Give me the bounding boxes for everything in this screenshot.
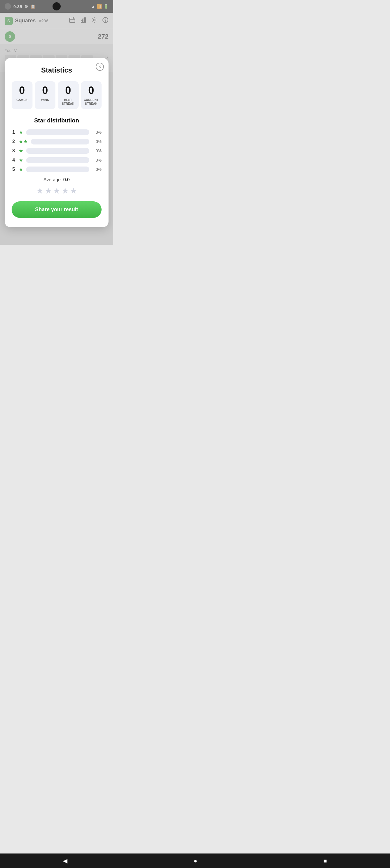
average-row: Average: 0.0: [11, 177, 101, 183]
avg-star-2: ★: [45, 186, 52, 195]
stat-wins: 0 WINS: [35, 81, 56, 109]
current-streak-label: CURRENTSTREAK: [83, 98, 99, 105]
avg-star-5: ★: [70, 186, 77, 195]
close-icon: ✕: [98, 64, 101, 69]
share-button[interactable]: Share your result: [11, 202, 101, 218]
dist-star-4: ★: [19, 157, 23, 163]
stats-row: 0 GAMES 0 WINS 0 BESTSTREAK 0 CURRENTSTR…: [11, 81, 101, 109]
close-button[interactable]: ✕: [96, 63, 104, 71]
dist-bar-track-5: [26, 166, 89, 172]
best-streak-label: BESTSTREAK: [60, 98, 76, 105]
wins-label: WINS: [37, 98, 53, 102]
avg-stars: ★ ★ ★ ★ ★: [11, 186, 101, 195]
dist-pct-5: 0%: [92, 167, 101, 172]
dist-pct-4: 0%: [92, 158, 101, 162]
dist-star-2: ★★: [19, 138, 28, 145]
dist-star-3: ★: [19, 148, 23, 154]
dist-pct-3: 0%: [92, 149, 101, 153]
dist-row-2: 2 ★★ 0%: [11, 138, 101, 145]
stat-current-streak: 0 CURRENTSTREAK: [81, 81, 102, 109]
dist-row-1: 1 ★ 0%: [11, 129, 101, 135]
dist-num-4: 4: [11, 158, 16, 163]
dist-row-5: 5 ★ 0%: [11, 166, 101, 173]
dist-star-1: ★: [19, 129, 23, 135]
dist-bar-track-1: [26, 129, 89, 135]
statistics-modal: ✕ Statistics 0 GAMES 0 WINS 0 BESTSTREAK…: [5, 58, 109, 227]
modal-title: Statistics: [11, 66, 101, 74]
current-streak-value: 0: [83, 85, 99, 96]
dist-num-1: 1: [11, 130, 16, 135]
dist-row-3: 3 ★ 0%: [11, 148, 101, 154]
dist-star-5: ★: [19, 166, 23, 173]
games-label: GAMES: [14, 98, 30, 102]
dist-pct-2: 0%: [92, 139, 101, 144]
stat-best-streak: 0 BESTSTREAK: [58, 81, 79, 109]
avg-star-1: ★: [36, 186, 43, 195]
dist-bar-track-2: [31, 139, 89, 145]
average-value: 0.0: [63, 177, 70, 182]
dist-pct-1: 0%: [92, 130, 101, 134]
avg-star-4: ★: [62, 186, 69, 195]
dist-bar-track-4: [26, 157, 89, 163]
dist-bar-track-3: [26, 148, 89, 154]
wins-value: 0: [37, 85, 53, 96]
best-streak-value: 0: [60, 85, 76, 96]
dist-num-2: 2: [11, 139, 16, 144]
dist-num-5: 5: [11, 167, 16, 172]
games-value: 0: [14, 85, 30, 96]
dist-row-4: 4 ★ 0%: [11, 157, 101, 163]
star-dist-title: Star distribution: [11, 117, 101, 124]
average-label: Average:: [43, 177, 62, 182]
stat-games: 0 GAMES: [11, 81, 32, 109]
dist-num-3: 3: [11, 148, 16, 153]
avg-star-3: ★: [53, 186, 60, 195]
distribution-rows: 1 ★ 0% 2 ★★ 0% 3 ★ 0% 4 ★: [11, 129, 101, 173]
camera-notch: [53, 2, 61, 10]
